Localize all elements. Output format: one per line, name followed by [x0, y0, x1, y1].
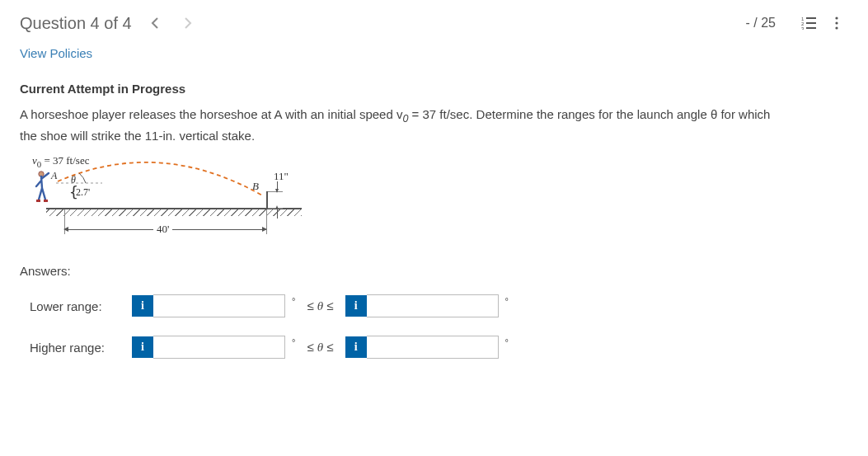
- question-title: Question 4 of 4: [20, 14, 132, 33]
- player-icon: [35, 170, 53, 208]
- info-button-higher-a[interactable]: i: [132, 336, 153, 358]
- svg-rect-5: [806, 27, 816, 29]
- prompt-text-pre: A horseshoe player releases the horsesho…: [20, 107, 402, 121]
- degree-symbol: °: [505, 337, 509, 347]
- svg-point-6: [835, 16, 838, 19]
- question-prompt: A horseshoe player releases the horsesho…: [0, 106, 791, 158]
- lower-range-input-b[interactable]: [367, 294, 499, 317]
- fig-horizontal-distance: 40': [153, 223, 172, 236]
- lower-range-row: Lower range: i ° ≤ θ ≤ i °: [0, 289, 868, 331]
- answers-heading: Answers:: [0, 249, 868, 289]
- lower-range-label: Lower range:: [30, 299, 120, 313]
- degree-symbol: °: [292, 337, 295, 347]
- higher-range-label: Higher range:: [30, 341, 120, 355]
- info-button-lower-a[interactable]: i: [132, 295, 153, 317]
- svg-text:3: 3: [801, 26, 805, 30]
- fig-release-height: 2.7': [76, 186, 90, 199]
- svg-rect-11: [44, 200, 48, 202]
- info-button-higher-b[interactable]: i: [345, 336, 367, 358]
- svg-rect-10: [36, 200, 40, 202]
- lower-range-input-a[interactable]: [153, 294, 285, 317]
- higher-range-row: Higher range: i ° ≤ θ ≤ i °: [0, 331, 868, 372]
- fig-stake-height: 11": [274, 170, 289, 183]
- attempt-heading: Current Attempt in Progress: [0, 68, 868, 106]
- degree-symbol: °: [292, 296, 295, 306]
- view-policies-link[interactable]: View Policies: [0, 43, 112, 68]
- svg-point-8: [835, 26, 838, 29]
- range-between: ≤ θ ≤: [307, 299, 333, 313]
- degree-symbol: °: [505, 296, 509, 306]
- svg-point-7: [835, 21, 838, 24]
- higher-range-input-b[interactable]: [367, 336, 499, 359]
- fig-point-b: B: [252, 180, 259, 193]
- problem-figure: v0 = 37 ft/sec A θ { 2.7' B 11" 40': [30, 158, 302, 249]
- svg-rect-1: [806, 17, 816, 19]
- higher-range-input-a[interactable]: [153, 336, 285, 359]
- question-list-button[interactable]: 1 2 3: [797, 12, 820, 35]
- stake-icon: [266, 191, 268, 209]
- svg-rect-3: [806, 22, 816, 24]
- info-button-lower-b[interactable]: i: [345, 295, 367, 317]
- score-display: - / 25: [746, 16, 776, 31]
- next-question-button[interactable]: [178, 13, 198, 33]
- more-options-button[interactable]: [825, 12, 848, 35]
- prev-question-button[interactable]: [145, 13, 165, 33]
- range-between: ≤ θ ≤: [307, 340, 333, 355]
